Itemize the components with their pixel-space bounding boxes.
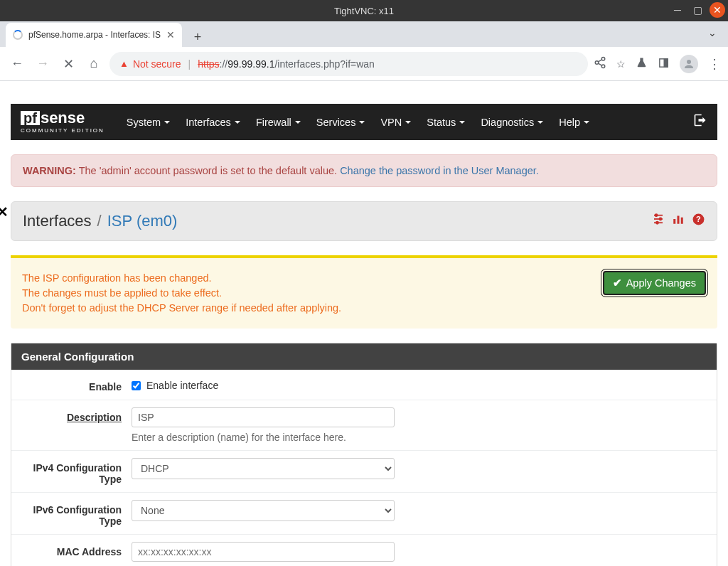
chevron-down-icon	[537, 121, 543, 124]
svg-line-3	[598, 63, 601, 65]
svg-point-0	[601, 58, 605, 61]
svg-text:?: ?	[696, 215, 701, 223]
svg-point-2	[601, 65, 605, 68]
svg-point-11	[655, 214, 658, 216]
loading-spinner-icon	[13, 30, 23, 40]
close-icon[interactable]: ✕	[710, 2, 725, 18]
svg-point-1	[595, 61, 599, 65]
nav-interfaces[interactable]: Interfaces	[178, 107, 248, 138]
nav-status[interactable]: Status	[419, 107, 473, 138]
breadcrumb-interface[interactable]: ISP (em0)	[107, 212, 178, 230]
menu-dots-icon[interactable]: ⋮	[708, 56, 721, 72]
not-secure-badge[interactable]: ▲ Not secure	[119, 58, 181, 70]
enable-checkbox[interactable]	[132, 381, 141, 390]
svg-line-4	[598, 60, 601, 62]
chevron-down-icon	[459, 121, 465, 124]
nav-services[interactable]: Services	[309, 107, 373, 138]
forward-button: →	[33, 54, 53, 74]
tab-strip: pfSense.home.arpa - Interfaces: IS ✕ + ⌄	[0, 21, 728, 47]
chevron-down-icon	[359, 121, 365, 124]
nav-diagnostics[interactable]: Diagnostics	[473, 107, 551, 138]
svg-point-13	[656, 222, 658, 224]
minimize-icon[interactable]: ─	[670, 2, 685, 18]
ipv4-label: IPv4 Configuration Type	[21, 458, 132, 485]
description-input[interactable]	[132, 407, 395, 427]
svg-rect-15	[678, 216, 680, 224]
settings-sliders-icon[interactable]	[652, 213, 665, 230]
nav-vpn[interactable]: VPN	[373, 107, 419, 138]
warning-triangle-icon: ▲	[119, 58, 129, 69]
extension-box-icon[interactable]	[658, 57, 670, 71]
nav-firewall[interactable]: Firewall	[248, 107, 309, 138]
address-bar[interactable]: ▲ Not secure | https://99.99.99.1/interf…	[109, 52, 588, 76]
mac-label: MAC Address	[21, 542, 132, 557]
share-icon[interactable]	[594, 56, 606, 71]
svg-point-12	[660, 218, 662, 220]
help-icon[interactable]: ?	[692, 213, 705, 230]
browser-tab[interactable]: pfSense.home.arpa - Interfaces: IS ✕	[6, 23, 182, 47]
back-button[interactable]: ←	[7, 54, 27, 74]
panel-title: General Configuration	[11, 343, 717, 370]
home-button[interactable]: ⌂	[84, 54, 104, 74]
brand-logo[interactable]: pfsense COMMUNITY EDITION	[21, 110, 105, 134]
check-icon: ✔	[613, 277, 622, 289]
ipv4-select[interactable]: DHCP	[132, 458, 395, 479]
url-text: https://99.99.99.1/interfaces.php?if=wan	[198, 58, 375, 70]
new-tab-button[interactable]: +	[188, 27, 208, 47]
bookmark-icon[interactable]: ☆	[616, 58, 626, 70]
mac-input[interactable]	[132, 542, 395, 562]
window-title: TightVNC: x11	[334, 6, 394, 16]
extension-flask-icon[interactable]	[636, 57, 648, 71]
enable-label: Enable	[21, 377, 132, 393]
profile-avatar[interactable]	[680, 55, 698, 73]
changes-pending-alert: The ISP configuration has been changed. …	[11, 255, 717, 329]
titlebar: TightVNC: x11 ─ ▢ ✕	[0, 0, 728, 21]
breadcrumb-section: Interfaces	[23, 212, 92, 230]
nav-help[interactable]: Help	[551, 107, 597, 138]
browser-toolbar: ← → ✕ ⌂ ▲ Not secure | https://99.99.99.…	[0, 47, 728, 81]
ipv6-label: IPv6 Configuration Type	[21, 500, 132, 527]
chevron-down-icon	[164, 121, 170, 124]
stop-button[interactable]: ✕	[58, 54, 78, 74]
ipv6-select[interactable]: None	[132, 500, 395, 521]
svg-rect-14	[673, 219, 675, 224]
general-config-panel: General Configuration Enable Enable inte…	[11, 343, 717, 566]
main-navbar: pfsense COMMUNITY EDITION System Interfa…	[11, 104, 717, 140]
logout-icon[interactable]	[693, 113, 707, 131]
stats-chart-icon[interactable]	[672, 213, 685, 230]
description-label: Description	[21, 407, 132, 423]
change-password-link[interactable]: Change the password in the User Manager.	[340, 165, 539, 176]
tabs-chevron-icon[interactable]: ⌄	[708, 27, 717, 38]
tab-close-icon[interactable]: ✕	[166, 29, 175, 41]
tab-title: pfSense.home.arpa - Interfaces: IS	[28, 30, 161, 40]
stray-x-icon: ✕	[0, 203, 9, 220]
maximize-icon[interactable]: ▢	[690, 2, 705, 18]
description-help: Enter a description (name) for the inter…	[132, 432, 707, 443]
svg-rect-16	[681, 218, 683, 224]
chevron-down-icon	[584, 121, 589, 124]
svg-rect-6	[664, 58, 668, 66]
chevron-down-icon	[235, 121, 240, 124]
svg-point-7	[687, 60, 691, 64]
page-header: Interfaces / ISP (em0) ?	[11, 201, 717, 241]
enable-text: Enable interface	[146, 380, 218, 391]
chevron-down-icon	[295, 121, 301, 124]
nav-system[interactable]: System	[119, 107, 178, 138]
apply-changes-button[interactable]: ✔ Apply Changes	[603, 271, 706, 295]
chevron-down-icon	[405, 121, 411, 124]
warning-alert: WARNING: The 'admin' account password is…	[11, 154, 717, 187]
